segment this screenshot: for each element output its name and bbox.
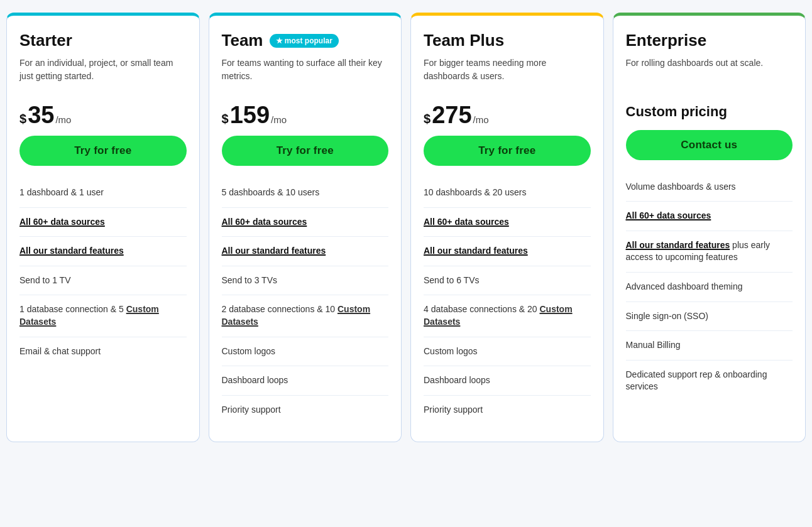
feature-item-team-4: 2 database connections & 10 Custom Datas… [222, 295, 389, 337]
feature-item-enterprise-3: Advanced dashboard theming [626, 273, 793, 302]
plan-name-team-plus: Team Plus [424, 31, 504, 50]
features-list-enterprise: Volume dashboards & usersAll 60+ data so… [626, 173, 793, 401]
feature-item-team-5: Custom logos [222, 337, 389, 367]
feature-link-enterprise-1[interactable]: All 60+ data sources [626, 210, 711, 220]
feature-item-enterprise-4: Single sign-on (SSO) [626, 302, 793, 332]
feature-item-team-0: 5 dashboards & 10 users [222, 178, 389, 208]
feature-item-enterprise-1: All 60+ data sources [626, 202, 793, 231]
feature-item-team-3: Send to 3 TVs [222, 266, 389, 296]
price-amount-team-plus: 275 [432, 103, 471, 127]
feature-item-starter-2: All our standard features [19, 237, 187, 266]
custom-pricing-enterprise: Custom pricing [626, 103, 793, 121]
price-period-starter: /mo [55, 114, 71, 125]
plan-name-team: Team [222, 31, 263, 50]
feature-item-team-plus-0: 10 dashboards & 20 users [424, 178, 591, 208]
feature-item-starter-1: All 60+ data sources [19, 208, 187, 237]
feature-item-starter-3: Send to 1 TV [19, 266, 187, 296]
feature-link-team-1[interactable]: All 60+ data sources [222, 217, 307, 227]
plan-header-team: Team★ most popular [222, 31, 389, 50]
cta-button-starter[interactable]: Try for free [19, 136, 187, 166]
feature-link-team-plus-1[interactable]: All 60+ data sources [424, 217, 509, 227]
plan-price-starter: $35/mo [19, 103, 187, 127]
feature-item-team-plus-3: Send to 6 TVs [424, 266, 591, 296]
feature-item-enterprise-2: All our standard features plus early acc… [626, 231, 793, 273]
price-period-team: /mo [271, 114, 287, 125]
feature-item-starter-4: 1 database connection & 5 Custom Dataset… [19, 295, 187, 337]
features-list-starter: 1 dashboard & 1 userAll 60+ data sources… [19, 178, 187, 366]
price-period-team-plus: /mo [473, 114, 489, 125]
price-amount-team: 159 [230, 103, 270, 127]
plan-card-starter: StarterFor an individual, project, or sm… [6, 13, 200, 442]
plan-header-enterprise: Enterprise [626, 31, 793, 50]
price-dollar-team: $ [222, 112, 229, 126]
plan-header-starter: Starter [19, 31, 187, 50]
feature-bold-team-4: Custom Datasets [222, 304, 371, 327]
feature-item-enterprise-5: Manual Billing [626, 331, 793, 361]
feature-item-team-plus-6: Dashboard loops [424, 366, 591, 396]
feature-item-team-plus-5: Custom logos [424, 337, 591, 367]
plan-card-team: Team★ most popularFor teams wanting to s… [209, 13, 402, 442]
price-dollar-team-plus: $ [424, 112, 431, 126]
feature-item-enterprise-6: Dedicated support rep & onboarding servi… [626, 361, 793, 401]
feature-item-team-plus-2: All our standard features [424, 237, 591, 266]
cta-button-enterprise[interactable]: Contact us [626, 130, 793, 160]
features-list-team-plus: 10 dashboards & 20 usersAll 60+ data sou… [424, 178, 591, 424]
feature-bold-team-plus-4: Custom Datasets [424, 304, 573, 327]
feature-item-starter-5: Email & chat support [19, 337, 187, 366]
feature-link-starter-1[interactable]: All 60+ data sources [19, 217, 105, 227]
feature-item-team-plus-4: 4 database connections & 20 Custom Datas… [424, 295, 591, 337]
plan-description-starter: For an individual, project, or small tea… [19, 57, 187, 94]
plan-price-team: $159/mo [222, 103, 389, 127]
feature-link-enterprise-2[interactable]: All our standard features [626, 240, 730, 250]
price-dollar-starter: $ [19, 112, 26, 126]
pricing-grid: StarterFor an individual, project, or sm… [6, 13, 806, 442]
feature-link-team-plus-2[interactable]: All our standard features [424, 246, 528, 256]
most-popular-badge-team: ★ most popular [270, 34, 339, 48]
feature-item-team-2: All our standard features [222, 237, 389, 266]
feature-item-team-1: All 60+ data sources [222, 208, 389, 237]
feature-item-team-6: Dashboard loops [222, 366, 389, 396]
cta-button-team-plus[interactable]: Try for free [424, 136, 591, 166]
feature-item-team-plus-7: Priority support [424, 396, 591, 425]
cta-button-team[interactable]: Try for free [222, 136, 389, 166]
plan-card-enterprise: EnterpriseFor rolling dashboards out at … [613, 13, 806, 442]
features-list-team: 5 dashboards & 10 usersAll 60+ data sour… [222, 178, 389, 424]
plan-card-team-plus: Team PlusFor bigger teams needing more d… [410, 13, 604, 442]
feature-bold-starter-4: Custom Datasets [19, 304, 159, 327]
feature-link-team-2[interactable]: All our standard features [222, 246, 326, 256]
feature-link-starter-2[interactable]: All our standard features [19, 246, 124, 256]
feature-item-enterprise-0: Volume dashboards & users [626, 173, 793, 202]
plan-price-team-plus: $275/mo [424, 103, 591, 127]
feature-item-starter-0: 1 dashboard & 1 user [19, 178, 187, 208]
feature-item-team-7: Priority support [222, 396, 389, 425]
plan-description-team: For teams wanting to surface all their k… [222, 57, 389, 94]
plan-name-starter: Starter [19, 31, 72, 50]
plan-name-enterprise: Enterprise [626, 31, 707, 50]
price-amount-starter: 35 [28, 103, 54, 127]
feature-item-team-plus-1: All 60+ data sources [424, 208, 591, 237]
plan-header-team-plus: Team Plus [424, 31, 591, 50]
plan-description-team-plus: For bigger teams needing more dashboards… [424, 57, 591, 94]
plan-description-enterprise: For rolling dashboards out at scale. [626, 57, 793, 94]
